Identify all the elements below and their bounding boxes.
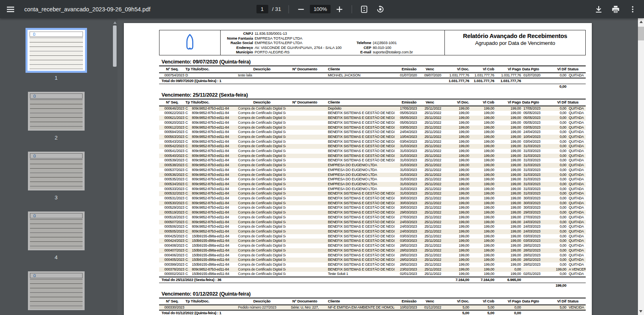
scroll-up-icon[interactable] bbox=[113, 21, 117, 24]
company-info: CNPJ 11.836.535/0001-13 Nome Fantasia EM… bbox=[221, 30, 445, 55]
receivables-table: Nº Seq.Tp Título/Doc.DescriçãoNº Documen… bbox=[159, 66, 586, 89]
page-thumbnail[interactable]: 1 bbox=[26, 28, 87, 81]
field-label: E-mail bbox=[349, 50, 373, 55]
table-row: 000612/2023C809c9852-87b3-ed11-84Compra … bbox=[159, 125, 586, 130]
field-value: EMPRESA TOTALERP LTDA bbox=[255, 41, 349, 46]
table-row: 000002/2023C150b9155-d98a-ed11-84Compra … bbox=[159, 272, 586, 277]
field-value: AV. VISCONDE DE GUARAPUAVA, 2764 - SALA … bbox=[255, 46, 349, 51]
hamburger-icon bbox=[6, 5, 15, 13]
page-thumbnail[interactable]: 5 bbox=[26, 269, 87, 315]
download-icon bbox=[595, 5, 603, 13]
section-total-label: Total do 01/12/2022 (Quinta-feira) : 1 bbox=[159, 310, 442, 315]
column-header: Vl Dif bbox=[547, 66, 567, 73]
menu-button[interactable] bbox=[3, 2, 18, 17]
more-vertical-icon bbox=[629, 6, 636, 13]
field-value: suporte@totalerp.com.br bbox=[373, 50, 444, 55]
column-header: Cliente bbox=[324, 66, 395, 73]
table-row: 000408/2023C150b9155-d98a-ed11-84Compra … bbox=[159, 243, 586, 248]
column-header: Vl Pago bbox=[495, 66, 522, 73]
pdf-page: CNPJ 11.836.535/0001-13 Nome Fantasia EM… bbox=[124, 23, 592, 315]
thumbnail-page-number: 1 bbox=[55, 75, 57, 81]
receivables-table: Nº Seq.Tp Título/Doc.DescriçãoNº Documen… bbox=[159, 298, 586, 315]
column-header: Nº Seq. bbox=[159, 66, 185, 73]
report-section: Vencimento: 09/07/2020 (Quinta-feira)Nº … bbox=[159, 58, 586, 89]
section-total-label: Total do 09/07/2020 (Quinta-feira) : 1 bbox=[159, 78, 442, 84]
table-row: 000536/2023C809c9852-87b3-ed11-84Compra … bbox=[159, 173, 586, 178]
mini-logo-icon bbox=[34, 95, 36, 97]
section-total-row: Total do 01/12/2022 (Quinta-feira) : 15,… bbox=[159, 310, 586, 315]
table-row: 000532/2023C809c9852-87b3-ed11-84Compra … bbox=[159, 191, 586, 196]
receivables-table: Nº Seq.Tp Título/Doc.DescriçãoNº Documen… bbox=[159, 99, 586, 288]
sidebar-scrollbar-thumb[interactable] bbox=[113, 25, 117, 67]
column-header: Nº Documento bbox=[286, 298, 324, 305]
pdf-toolbar: conta_receber_avancado_2023-09-26_09h54.… bbox=[0, 0, 644, 18]
more-options-button[interactable] bbox=[625, 2, 640, 17]
column-header: Vl Pago bbox=[495, 99, 522, 106]
column-header: Nº Documento bbox=[286, 99, 324, 106]
field-label: Razão Social bbox=[221, 41, 255, 46]
section-difference-row: 0,00 bbox=[159, 84, 586, 89]
column-header: Vl Cob bbox=[470, 66, 495, 73]
column-header: Venc bbox=[418, 298, 442, 305]
column-header: Venc bbox=[418, 99, 442, 106]
rotate-icon bbox=[376, 5, 385, 13]
fit-page-button[interactable] bbox=[357, 2, 372, 17]
table-row: 000541/2023C809c9852-87b3-ed11-84Compra … bbox=[159, 149, 586, 154]
print-icon bbox=[612, 5, 620, 13]
report-title-block: Relatório Avançado de Recebimentos Agrup… bbox=[445, 30, 585, 55]
zoom-in-button[interactable] bbox=[332, 2, 347, 17]
column-header: Emissão bbox=[395, 66, 418, 73]
thumbnail-page-number: 4 bbox=[55, 254, 57, 260]
table-row: 000519/2023C809c9852-87b3-ed11-84Compra … bbox=[159, 210, 586, 215]
section-heading: Vencimento: 01/12/2022 (Quinta-feira) bbox=[159, 290, 586, 298]
scroll-up-icon[interactable] bbox=[640, 21, 643, 23]
table-row: 000533/2023C809c9852-87b3-ed11-84Compra … bbox=[159, 187, 586, 192]
report-sections: Vencimento: 09/07/2020 (Quinta-feira)Nº … bbox=[159, 58, 586, 315]
table-row: 000620/2023C809c9852-87b3-ed11-84Compra … bbox=[159, 121, 586, 125]
column-header: Vl Cob bbox=[470, 298, 495, 305]
minus-icon bbox=[298, 6, 304, 13]
mini-logo-icon bbox=[34, 214, 36, 217]
table-row: 000505/2023C809c9852-87b3-ed11-84Compra … bbox=[159, 229, 586, 234]
table-row: 000530/2023C809c9852-87b3-ed11-84Compra … bbox=[159, 201, 586, 206]
mini-logo-icon bbox=[34, 154, 36, 157]
print-button[interactable] bbox=[608, 2, 623, 17]
download-button[interactable] bbox=[591, 2, 606, 17]
field-value: 80.010-100 bbox=[373, 46, 444, 51]
sidebar-scrollbar[interactable] bbox=[112, 21, 117, 312]
page-thumbnail[interactable]: 4 bbox=[26, 209, 87, 260]
pdf-viewer-window: conta_receber_avancado_2023-09-26_09h54.… bbox=[0, 0, 644, 315]
column-header: Vl Pago bbox=[495, 298, 522, 305]
field-label: CNPJ bbox=[221, 32, 255, 36]
page-thumbnail[interactable]: 2 bbox=[26, 90, 87, 141]
rotate-button[interactable] bbox=[373, 2, 388, 17]
section-total-row: Total do 25/11/2022 (Sexta-feira) : 367.… bbox=[159, 277, 586, 283]
table-row: 000563/2023C809c9852-87b3-ed11-84Compra … bbox=[159, 135, 586, 140]
scroll-down-icon[interactable] bbox=[639, 310, 642, 313]
column-header: Vl Dif bbox=[547, 298, 567, 305]
report-section: Vencimento: 25/11/2022 (Sexta-feira)Nº S… bbox=[159, 91, 586, 288]
main-scrollbar[interactable] bbox=[638, 18, 644, 315]
toolbar-controls: / 31 100% bbox=[256, 2, 388, 17]
column-header: Tp Título/Doc. bbox=[185, 99, 238, 106]
toolbar-divider bbox=[289, 5, 289, 13]
column-header: Cliente bbox=[324, 298, 395, 305]
field-value: 11.836.535/0001-13 bbox=[255, 32, 349, 36]
zoom-out-button[interactable] bbox=[294, 2, 308, 17]
report-subtitle: Agrupado por Data de Vencimento bbox=[445, 40, 585, 46]
column-header: Data Pgto bbox=[522, 99, 547, 106]
column-header: Status bbox=[567, 298, 586, 305]
column-header: Cliente bbox=[324, 99, 395, 106]
column-header: Tp Título/Doc. bbox=[185, 298, 238, 305]
table-row: 000405/2023C150b9155-d98a-ed11-84Compra … bbox=[159, 258, 586, 262]
main-scrollbar-thumb[interactable] bbox=[638, 27, 644, 40]
column-header: Nº Seq. bbox=[159, 298, 185, 305]
rocket-logo-icon bbox=[183, 34, 196, 52]
table-row: 000621/2023C809c9852-87b3-ed11-84Compra … bbox=[159, 116, 586, 121]
page-number-input[interactable] bbox=[256, 5, 268, 13]
section-heading: Vencimento: 25/11/2022 (Sexta-feira) bbox=[159, 91, 586, 99]
field-value: PORTO ALEGRE-RS bbox=[255, 50, 349, 55]
table-row: 000594/2023C809c9852-87b3-ed11-84Compra … bbox=[159, 130, 586, 135]
section-total-label: Total do 25/11/2022 (Sexta-feira) : 36 bbox=[159, 277, 442, 283]
page-thumbnail[interactable]: 3 bbox=[26, 150, 87, 201]
